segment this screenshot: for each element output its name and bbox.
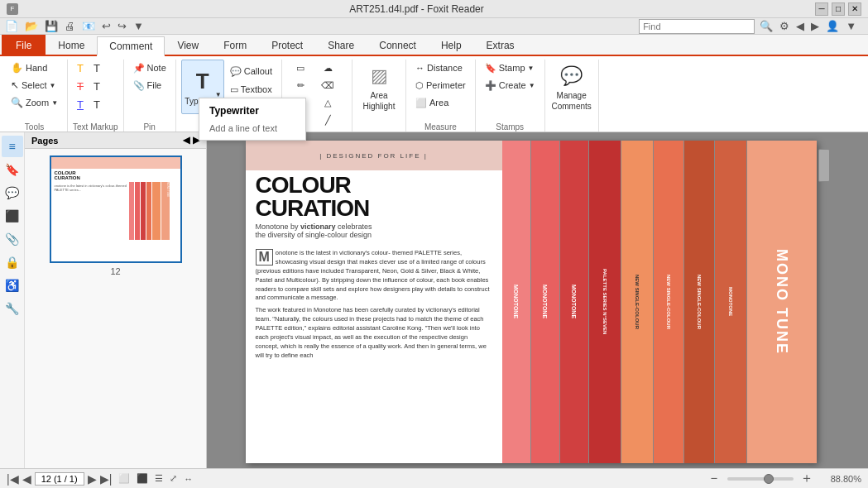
fit-width-button[interactable]: ↔: [184, 474, 193, 484]
nav-forward-button[interactable]: ▶: [809, 20, 821, 32]
close-button[interactable]: ✕: [848, 2, 861, 16]
area-highlight-button[interactable]: ▨ Area Highlight: [357, 60, 400, 114]
save-button[interactable]: 💾: [43, 20, 60, 32]
tab-home[interactable]: Home: [46, 35, 97, 55]
manage-comments-button[interactable]: 💬 Manage Comments: [550, 60, 593, 114]
pages-header-controls: ◀ ▶: [183, 135, 199, 146]
view-single-button[interactable]: ⬜: [118, 473, 130, 484]
tools-group: ✋ Hand ↖ Select ▼ 🔍 Zoom ▼ Tools: [2, 60, 68, 132]
stamp-button[interactable]: 🔖 Stamp ▼: [481, 60, 539, 76]
zoom-slider-thumb[interactable]: [764, 474, 774, 484]
zoom-out-button[interactable]: －: [707, 470, 721, 487]
eraser-draw-button[interactable]: ⌫: [314, 77, 341, 93]
underline-button[interactable]: T: [73, 96, 88, 112]
area-measure-button[interactable]: ⬜ Area: [411, 94, 453, 111]
page-thumb-label: 12: [110, 266, 120, 276]
page-thumbnail[interactable]: COLOUR CURATION onotone is the latest in…: [50, 155, 182, 263]
insert-text-button[interactable]: T: [89, 96, 104, 112]
undo-button[interactable]: ↩: [100, 20, 113, 32]
ribbon: ✋ Hand ↖ Select ▼ 🔍 Zoom ▼ Tools T T T: [0, 56, 868, 132]
add-line-of-text-item[interactable]: Add a line of text: [199, 120, 305, 136]
customize-button[interactable]: ▼: [132, 20, 146, 32]
account-button[interactable]: 👤: [824, 20, 841, 32]
pencil-icon: ✏: [297, 80, 305, 91]
bookmarks-panel-button[interactable]: 🔖: [2, 159, 23, 180]
callout-button[interactable]: 💬 Callout: [226, 63, 276, 79]
page-number-input[interactable]: [35, 472, 84, 486]
text-markup-group-label: Text Markup: [73, 122, 117, 132]
create-stamp-button[interactable]: ➕ Create ▼: [481, 77, 540, 93]
layers-panel-button[interactable]: ⬛: [2, 205, 23, 227]
polygon-draw-button[interactable]: △: [314, 94, 341, 111]
view-scroll-button[interactable]: ☰: [155, 473, 163, 484]
replace-button[interactable]: T: [89, 78, 104, 94]
pencil-draw-button[interactable]: ✏: [287, 77, 314, 93]
pages-collapse-button[interactable]: ◀: [183, 135, 189, 146]
note-button[interactable]: 📌 Note: [129, 60, 170, 76]
new-button[interactable]: 📄: [3, 20, 20, 32]
quick-access-toolbar: 📄 📂 💾 🖨 📧 ↩ ↪ ▼ 🔍 ⚙ ◀ ▶ 👤 ▼: [0, 18, 868, 35]
zoom-tool-button[interactable]: 🔍 Zoom ▼: [7, 94, 62, 111]
typewriter-dropdown-item[interactable]: Typewriter: [199, 102, 305, 120]
perimeter-icon: ⬡: [415, 80, 424, 91]
page-navigation: |◀ ◀ ▶ ▶|: [7, 472, 112, 486]
tab-share[interactable]: Share: [315, 35, 367, 55]
left-panel: ≡ 🔖 💬 ⬛ 📎 🔒 ♿ 🔧: [0, 132, 25, 468]
book-spine-7: NEW SINGLE-COLOUR: [684, 141, 714, 463]
tab-comment[interactable]: Comment: [97, 36, 165, 56]
hand-tool-button[interactable]: ✋ Hand: [7, 60, 51, 76]
perimeter-button[interactable]: ⬡ Perimeter: [411, 77, 470, 93]
more-button[interactable]: ▼: [844, 20, 858, 32]
minimize-button[interactable]: ─: [815, 2, 828, 16]
attachments-panel-button[interactable]: 📎: [2, 228, 23, 250]
zoom-controls: － ＋ 88.80%: [707, 470, 861, 487]
rectangle-draw-button[interactable]: ▭: [287, 60, 314, 76]
book-spine-2: MONOTONE: [531, 141, 559, 463]
nav-back-button[interactable]: ◀: [794, 20, 806, 32]
email-button[interactable]: 📧: [80, 20, 97, 32]
scrollbar-thumb[interactable]: [818, 149, 830, 182]
accessibility-panel-button[interactable]: ♿: [2, 275, 23, 296]
maximize-button[interactable]: □: [832, 2, 845, 16]
search-area: 🔍 ⚙ ◀ ▶ 👤 ▼: [639, 19, 858, 34]
zoom-in-button[interactable]: ＋: [800, 470, 813, 487]
search-input[interactable]: [639, 19, 755, 34]
signatures-panel-button[interactable]: 🔒: [2, 251, 23, 273]
pdf-page: | DESIGNED FOR LIFE | COLOUR CURATION Mo…: [246, 141, 817, 463]
file-button[interactable]: 📎 File: [129, 77, 166, 93]
tab-protect[interactable]: Protect: [259, 35, 315, 55]
textbox-button[interactable]: ▭ Textbox: [226, 81, 276, 98]
fit-page-button[interactable]: ⤢: [170, 473, 177, 484]
squiggly-button[interactable]: T: [89, 60, 104, 76]
search-settings-button[interactable]: ⚙: [778, 20, 791, 32]
tab-connect[interactable]: Connect: [367, 35, 429, 55]
comments-panel-button[interactable]: 💬: [2, 182, 23, 203]
book-spine-5: NEW SINGLE-COLOUR: [621, 141, 653, 463]
tab-view[interactable]: View: [165, 35, 211, 55]
tools-panel-button[interactable]: 🔧: [2, 298, 23, 319]
pdf-subtitle: Monotone by victionary celebratesthe div…: [256, 222, 492, 239]
view-double-button[interactable]: ⬛: [137, 473, 148, 484]
zoom-slider[interactable]: [727, 477, 794, 481]
cloud-draw-button[interactable]: ☁: [314, 60, 341, 76]
print-button[interactable]: 🖨: [63, 20, 77, 32]
pdf-area: | DESIGNED FOR LIFE | COLOUR CURATION Mo…: [207, 132, 868, 468]
pages-panel-button[interactable]: ≡: [2, 136, 23, 157]
search-button[interactable]: 🔍: [758, 20, 774, 32]
highlight-text-button[interactable]: T: [73, 60, 88, 76]
tab-form[interactable]: Form: [211, 35, 259, 55]
strikethrough-button[interactable]: T: [73, 78, 88, 94]
first-page-button[interactable]: |◀: [7, 472, 19, 486]
redo-button[interactable]: ↪: [116, 20, 128, 32]
tab-help[interactable]: Help: [429, 35, 474, 55]
last-page-button[interactable]: ▶|: [100, 472, 113, 486]
tab-extras[interactable]: Extras: [474, 35, 527, 55]
line-draw-button[interactable]: ╱: [314, 112, 341, 128]
pdf-title-line2: CURATION: [256, 197, 492, 220]
tab-file[interactable]: File: [2, 35, 46, 55]
prev-page-button[interactable]: ◀: [22, 472, 31, 486]
open-button[interactable]: 📂: [23, 20, 40, 32]
next-page-button[interactable]: ▶: [88, 472, 97, 486]
distance-button[interactable]: ↔ Distance: [411, 60, 467, 76]
select-tool-button[interactable]: ↖ Select ▼: [7, 77, 60, 93]
